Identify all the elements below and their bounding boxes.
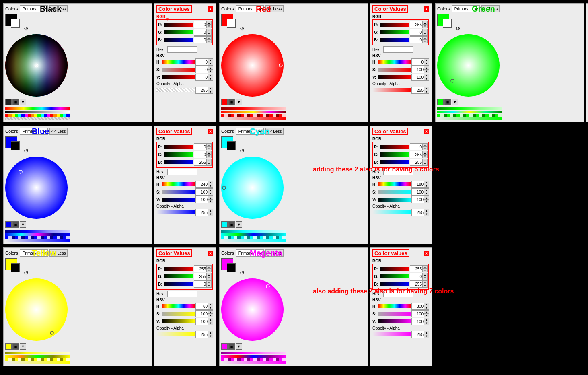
tool1-green[interactable]	[437, 99, 444, 105]
svg-point-11	[5, 157, 68, 219]
wheel-blue[interactable]	[5, 157, 68, 220]
refresh-icon-cyan[interactable]: ↺	[240, 148, 245, 154]
values-panel-cyan: Color Values x RGB R:0▲▼ G:255▲▼ B:255▲▼…	[370, 126, 432, 244]
tool3-magenta[interactable]: ▼	[236, 343, 242, 350]
tool1-magenta[interactable]	[221, 343, 228, 350]
hex-input-black[interactable]: 000000	[167, 46, 197, 53]
tool2-magenta[interactable]: ■	[228, 343, 235, 350]
color-picker-black: Colors Primary << Less Black	[3, 3, 152, 122]
tool2-blue[interactable]: ■	[12, 221, 19, 228]
wheel-yellow[interactable]	[5, 278, 68, 342]
refresh-icon-magenta[interactable]: ↺	[240, 270, 245, 276]
palette-red	[221, 107, 286, 120]
swatch-bg-magenta[interactable]	[227, 263, 236, 272]
tool1-red[interactable]	[221, 99, 228, 105]
less-btn-green[interactable]: << Less	[481, 5, 500, 12]
swatch-bg-blue[interactable]	[11, 141, 20, 150]
dropdown-cyan[interactable]: Primary	[236, 128, 264, 135]
refresh-icon-black[interactable]: ↺	[24, 25, 29, 32]
dropdown-green[interactable]: Primary	[452, 5, 480, 12]
palette-cyan	[221, 230, 286, 242]
palette-magenta	[221, 352, 286, 364]
wheel-red[interactable]	[221, 34, 284, 97]
dropdown-red[interactable]: Primary	[236, 5, 264, 12]
refresh-icon-red[interactable]: ↺	[240, 25, 245, 32]
opacity-input-black[interactable]: 255 ▲▼	[195, 87, 213, 94]
tool3-red[interactable]: ▼	[236, 99, 242, 105]
opacity-bar-black[interactable]	[156, 88, 195, 92]
tool2-black[interactable]: ■	[12, 99, 19, 105]
dropdown-blue[interactable]: Primary	[20, 128, 48, 135]
tool1-yellow[interactable]	[5, 343, 12, 350]
v-bar-black[interactable]	[162, 75, 195, 79]
vp-title-red: Color Values	[372, 5, 408, 13]
v-input-black[interactable]: 0 ▲▼	[195, 74, 213, 81]
tool2-red[interactable]: ■	[228, 99, 235, 105]
palette-black	[5, 107, 70, 120]
tool3-green[interactable]: ▼	[452, 99, 458, 105]
picker-title-red: Colors	[221, 6, 234, 11]
vp-close-magenta[interactable]: x	[424, 251, 429, 256]
values-panel-black: Color values x RGB ▼ R: 0 ▲▼	[154, 3, 216, 122]
vp-close-yellow[interactable]: x	[208, 251, 213, 256]
swatch-bg-yellow[interactable]	[11, 263, 20, 272]
color-picker-blue: Colors Primary << Less Blue ↺	[3, 126, 152, 244]
h-bar-black[interactable]	[162, 60, 195, 64]
wheel-black[interactable]	[5, 34, 68, 97]
b-bar-black[interactable]	[164, 38, 193, 42]
panel-black: Colors Primary << Less Black	[3, 3, 216, 122]
b-input-black[interactable]: 0 ▲▼	[194, 36, 212, 43]
tool3-blue[interactable]: ▼	[20, 221, 26, 228]
swatch-bg-green[interactable]	[443, 19, 452, 28]
less-btn-magenta[interactable]: << Less	[265, 249, 284, 257]
picker-title-green: Colors	[437, 6, 450, 11]
tool2-green[interactable]: ■	[444, 99, 451, 105]
dropdown-yellow[interactable]: Primary	[20, 249, 48, 257]
s-input-black[interactable]: 0 ▲▼	[195, 66, 213, 73]
refresh-icon-blue[interactable]: ↺	[24, 148, 29, 154]
r-input-black[interactable]: 0 ▲▼	[194, 21, 212, 28]
refresh-icon-green[interactable]: ↺	[456, 25, 461, 32]
tool3-yellow[interactable]: ▼	[20, 343, 26, 350]
svg-point-2	[5, 34, 68, 97]
wheel-cyan[interactable]	[221, 157, 284, 220]
picker-title-blue: Colors	[5, 129, 18, 134]
vp-close-cyan[interactable]: x	[424, 129, 429, 134]
s-bar-black[interactable]	[162, 68, 195, 72]
vp-close-black[interactable]: x	[208, 6, 213, 12]
vp-title-black: Color values	[156, 5, 192, 13]
color-picker-cyan: Colors Primary << Less Cyan ↺	[219, 126, 368, 244]
vp-close-blue[interactable]: x	[208, 129, 213, 134]
less-btn-black[interactable]: << Less	[49, 5, 68, 12]
less-btn-cyan[interactable]: << Less	[265, 128, 284, 135]
tool1-blue[interactable]	[5, 221, 12, 228]
dropdown-black[interactable]: Primary	[20, 5, 48, 12]
tool2-yellow[interactable]: ■	[12, 343, 19, 350]
tool-row-cyan: ■ ▼	[221, 221, 242, 228]
less-btn-blue[interactable]: << Less	[49, 128, 68, 135]
r-bar-black[interactable]	[164, 23, 193, 27]
picker-title-cyan: Colors	[221, 129, 234, 134]
g-bar-black[interactable]	[164, 30, 193, 34]
less-btn-red[interactable]: << Less	[265, 5, 284, 12]
h-input-black[interactable]: 0 ▲▼	[195, 58, 213, 66]
vp-close-red[interactable]: x	[424, 6, 429, 12]
swatch-bg-black[interactable]	[11, 19, 20, 28]
tool1-black[interactable]	[5, 99, 12, 105]
svg-point-8	[437, 34, 500, 97]
dropdown-magenta[interactable]: Primary	[236, 249, 264, 257]
refresh-icon-yellow[interactable]: ↺	[24, 270, 29, 276]
tool3-black[interactable]: ▼	[20, 99, 26, 105]
wheel-magenta[interactable]	[221, 278, 284, 342]
values-panel-yellow: Color Values x RGB R:255▲▼ G:255▲▼ B:0▲▼…	[154, 247, 216, 366]
less-btn-yellow[interactable]: << Less	[49, 249, 68, 257]
swatch-bg-red[interactable]	[227, 19, 236, 28]
tool3-cyan[interactable]: ▼	[236, 221, 242, 228]
swatch-bg-cyan[interactable]	[227, 141, 236, 150]
color-picker-green: Colors Primary << Less Green ↺	[435, 3, 584, 122]
tool1-cyan[interactable]	[221, 221, 228, 228]
wheel-green[interactable]	[437, 34, 500, 97]
g-input-black[interactable]: 0 ▲▼	[194, 29, 212, 36]
tool2-cyan[interactable]: ■	[228, 221, 235, 228]
picker-title-yellow: Colors	[5, 251, 18, 255]
